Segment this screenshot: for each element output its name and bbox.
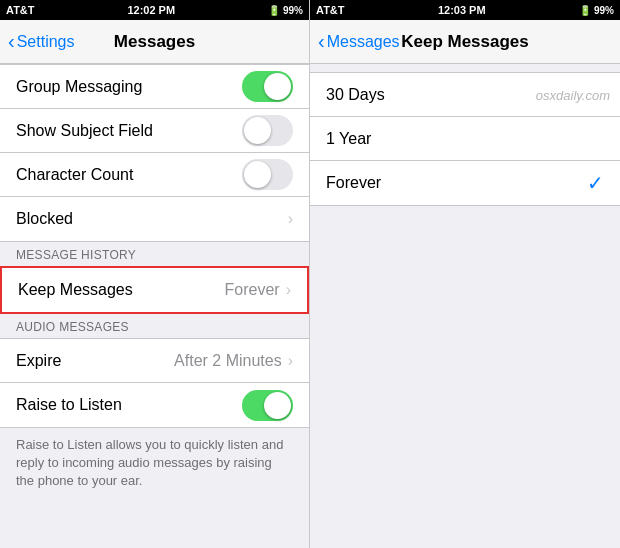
- blocked-chevron: ›: [288, 210, 293, 228]
- back-chevron-left: ‹: [8, 30, 15, 53]
- expire-row[interactable]: Expire After 2 Minutes ›: [0, 339, 309, 383]
- option-forever[interactable]: Forever ✓: [310, 161, 620, 205]
- message-history-header: MESSAGE HISTORY: [0, 242, 309, 266]
- right-spacer: [310, 306, 620, 548]
- time-right: 12:03 PM: [438, 4, 486, 16]
- status-bar-left: AT&T 12:02 PM 🔋 99%: [0, 0, 309, 20]
- nav-bar-left: ‹ Settings Messages: [0, 20, 309, 64]
- raise-to-listen-row[interactable]: Raise to Listen: [0, 383, 309, 427]
- toggle-knob-4: [264, 392, 291, 419]
- option-1-year[interactable]: 1 Year: [310, 117, 620, 161]
- page-title-left: Messages: [114, 32, 195, 52]
- toggle-knob-3: [244, 161, 271, 188]
- raise-to-listen-label: Raise to Listen: [16, 396, 122, 414]
- message-history-section: MESSAGE HISTORY Keep Messages Forever ›: [0, 242, 309, 314]
- back-chevron-right: ‹: [318, 30, 325, 53]
- group-messaging-row[interactable]: Group Messaging: [0, 65, 309, 109]
- group-messaging-label: Group Messaging: [16, 78, 142, 96]
- option-forever-label: Forever: [326, 174, 381, 192]
- blocked-label: Blocked: [16, 210, 73, 228]
- blocked-right: ›: [288, 210, 293, 228]
- keep-messages-value: Forever: [225, 281, 280, 299]
- show-subject-label: Show Subject Field: [16, 122, 153, 140]
- toggle-knob-2: [244, 117, 271, 144]
- expire-label: Expire: [16, 352, 61, 370]
- status-bar-right: AT&T 12:03 PM 🔋 99%: [310, 0, 620, 20]
- keep-messages-row[interactable]: Keep Messages Forever ›: [2, 268, 307, 312]
- keep-messages-chevron: ›: [286, 281, 291, 299]
- time-left: 12:02 PM: [127, 4, 175, 16]
- expire-chevron: ›: [288, 352, 293, 370]
- keep-messages-label: Keep Messages: [18, 281, 133, 299]
- back-button-right[interactable]: ‹ Messages: [318, 31, 400, 53]
- watermark: osxdaily.com: [536, 88, 610, 103]
- blocked-row[interactable]: Blocked ›: [0, 197, 309, 241]
- audio-messages-section: AUDIO MESSAGES Expire After 2 Minutes › …: [0, 314, 309, 428]
- page-title-right: Keep Messages: [401, 32, 529, 52]
- battery-right: 🔋 99%: [579, 5, 614, 16]
- left-panel: AT&T 12:02 PM 🔋 99% ‹ Settings Messages …: [0, 0, 310, 548]
- carrier-right: AT&T: [316, 4, 345, 16]
- audio-section-header: AUDIO MESSAGES: [0, 314, 309, 338]
- toggle-knob: [264, 73, 291, 100]
- forever-checkmark: ✓: [587, 171, 604, 195]
- message-history-group: Keep Messages Forever ›: [0, 266, 309, 314]
- expire-value: After 2 Minutes: [174, 352, 282, 370]
- character-count-label: Character Count: [16, 166, 133, 184]
- keep-messages-right: Forever ›: [225, 281, 291, 299]
- expire-right: After 2 Minutes ›: [174, 352, 293, 370]
- raise-to-listen-toggle[interactable]: [242, 390, 293, 421]
- option-30-days-label: 30 Days: [326, 86, 385, 104]
- nav-bar-right: ‹ Messages Keep Messages osxdaily.com: [310, 20, 620, 64]
- character-count-toggle[interactable]: [242, 159, 293, 190]
- top-spacer: [310, 64, 620, 72]
- back-button-left[interactable]: ‹ Settings: [8, 31, 74, 53]
- battery-left: 🔋 99%: [268, 5, 303, 16]
- raise-to-listen-description: Raise to Listen allows you to quickly li…: [0, 428, 309, 501]
- carrier-left: AT&T: [6, 4, 35, 16]
- back-label-left: Settings: [17, 33, 75, 51]
- back-label-right: Messages: [327, 33, 400, 51]
- audio-settings-group: Expire After 2 Minutes › Raise to Listen: [0, 338, 309, 428]
- show-subject-toggle[interactable]: [242, 115, 293, 146]
- main-settings-group: Group Messaging Show Subject Field Chara…: [0, 64, 309, 242]
- show-subject-row[interactable]: Show Subject Field: [0, 109, 309, 153]
- group-messaging-toggle[interactable]: [242, 71, 293, 102]
- right-panel: AT&T 12:03 PM 🔋 99% ‹ Messages Keep Mess…: [310, 0, 620, 548]
- character-count-row[interactable]: Character Count: [0, 153, 309, 197]
- option-1-year-label: 1 Year: [326, 130, 371, 148]
